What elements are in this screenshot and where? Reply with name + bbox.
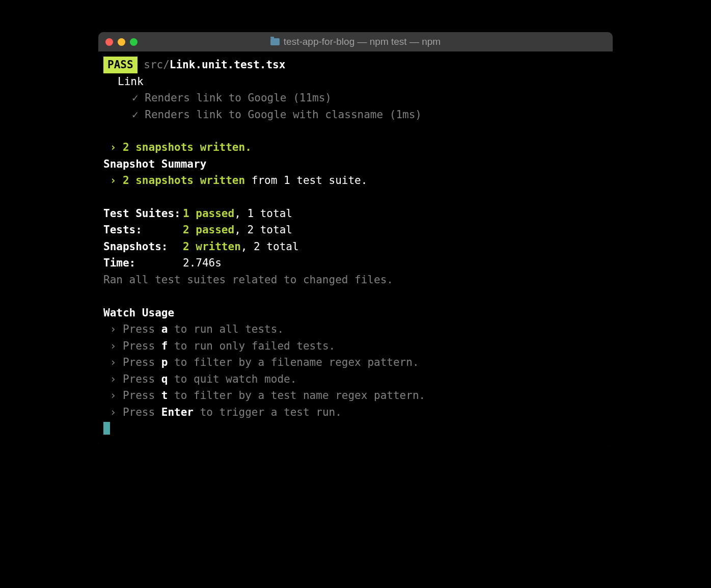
file-name: Link.unit.test.tsx xyxy=(170,59,286,71)
check-icon: ✓ xyxy=(132,109,139,121)
test-time: (11ms) xyxy=(293,92,332,104)
window-title: test-app-for-blog — npm test — npm xyxy=(105,36,606,47)
test-result: ✓ Renders link to Google with classname … xyxy=(103,106,608,123)
test-name: Renders link to Google xyxy=(145,92,286,104)
snapshot-summary-header: Snapshot Summary xyxy=(103,156,608,173)
stat-time: Time:2.746s xyxy=(103,255,608,272)
pass-line: PASS src/Link.unit.test.tsx xyxy=(103,57,608,73)
watch-option: › Press p to filter by a filename regex … xyxy=(103,354,608,371)
stat-snapshots: Snapshots:2 written, 2 total xyxy=(103,238,608,255)
stat-suites: Test Suites:1 passed, 1 total xyxy=(103,205,608,222)
watch-option: › Press t to filter by a test name regex… xyxy=(103,387,608,404)
window-title-text: test-app-for-blog — npm test — npm xyxy=(284,36,441,47)
blank-line xyxy=(103,288,608,305)
terminal-body[interactable]: PASS src/Link.unit.test.tsx Link ✓ Rende… xyxy=(98,51,613,447)
file-path-prefix: src/ xyxy=(144,59,170,71)
watch-option: › Press q to quit watch mode. xyxy=(103,371,608,388)
watch-option: › Press a to run all tests. xyxy=(103,321,608,338)
test-result: ✓ Renders link to Google (11ms) xyxy=(103,90,608,106)
titlebar: test-app-for-blog — npm test — npm xyxy=(98,32,613,51)
close-icon[interactable] xyxy=(105,38,113,46)
snapshot-summary-line: › 2 snapshots written from 1 test suite. xyxy=(103,172,608,189)
watch-usage-header: Watch Usage xyxy=(103,305,608,322)
blank-line xyxy=(103,123,608,139)
stat-tests: Tests:2 passed, 2 total xyxy=(103,222,608,238)
maximize-icon[interactable] xyxy=(130,38,138,46)
folder-icon xyxy=(270,38,280,45)
snapshots-written: › 2 snapshots written. xyxy=(103,139,608,156)
pass-badge: PASS xyxy=(103,57,138,73)
watch-option: › Press f to run only failed tests. xyxy=(103,338,608,355)
check-icon: ✓ xyxy=(132,92,139,104)
test-time: (1ms) xyxy=(390,109,422,121)
traffic-lights xyxy=(105,38,138,46)
ran-note: Ran all test suites related to changed f… xyxy=(103,272,608,288)
blank-line xyxy=(103,189,608,205)
describe-name: Link xyxy=(103,73,608,90)
terminal-window: test-app-for-blog — npm test — npm PASS … xyxy=(98,32,613,447)
watch-option: › Press Enter to trigger a test run. xyxy=(103,404,608,421)
cursor-line xyxy=(103,420,608,437)
cursor-icon xyxy=(103,422,110,435)
minimize-icon[interactable] xyxy=(118,38,125,46)
test-name: Renders link to Google with classname xyxy=(145,109,383,121)
